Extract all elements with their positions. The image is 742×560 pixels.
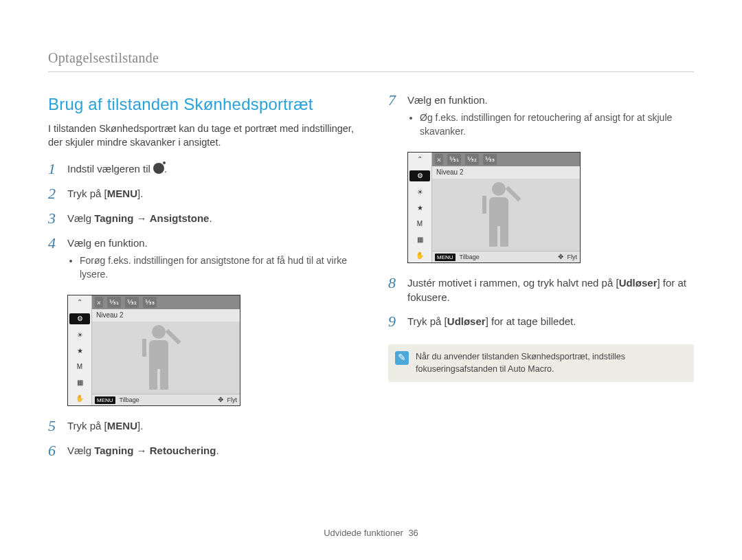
cam-side-icon: ⚙: [69, 313, 90, 324]
cam-side-icon: ★: [68, 346, 91, 357]
step-body: Indstil vælgeren til .: [67, 161, 354, 176]
cam-menu-tag: MENU: [435, 254, 456, 261]
camera-screenshot: ⌃⚙☀★M▦✋⨉⅓₁⅓₂⅓₃Niveau 2MENUTilbage✥Flyt: [407, 152, 581, 263]
step-sub-list: Øg f.eks. indstillingen for retouchering…: [420, 111, 694, 138]
note-text: Når du anvender tilstanden Skønhedsportr…: [416, 352, 625, 374]
cam-level-label: Niveau 2: [432, 166, 580, 179]
page-footer: Udvidede funktioner 36: [0, 527, 742, 539]
step: 8Justér motivet i rammen, og tryk halvt …: [388, 276, 694, 304]
step-number: 3: [48, 211, 59, 226]
breadcrumb: Optagelsestilstande: [48, 48, 694, 72]
cam-side-icon: ▦: [68, 377, 91, 388]
footer-page-number: 36: [408, 528, 418, 538]
bold-term: Ansigtstone: [150, 212, 210, 224]
steps-list-right: 7Vælg en funktion.Øg f.eks. indstillinge…: [388, 93, 694, 329]
cam-side-icon: M: [408, 219, 431, 229]
cam-side-icon: ☀: [408, 187, 431, 198]
section-title: Brug af tilstanden Skønhedsportræt: [48, 93, 354, 116]
camera-screenshot: ⌃⚙☀★M▦✋⨉⅓₁⅓₂⅓₃Niveau 2MENUTilbage✥Flyt: [67, 295, 240, 406]
cam-side-icon: ⌃: [68, 297, 91, 308]
step-number: 5: [48, 418, 59, 434]
step-number: 9: [388, 314, 399, 329]
cam-back-label: Tilbage: [120, 396, 139, 405]
cam-move-label: Flyt: [567, 253, 578, 262]
cam-option: ⅓₃: [483, 154, 497, 165]
bold-term: Udløser: [447, 315, 486, 327]
cam-side-icon: ⌃: [408, 154, 431, 165]
bold-term: Tagning: [94, 212, 133, 224]
step: 6Vælg Tagning → Retouchering.: [48, 443, 354, 458]
step-number: 1: [48, 161, 59, 177]
step: 7Vælg en funktion.Øg f.eks. indstillinge…: [388, 93, 694, 142]
step-number: 7: [388, 93, 399, 108]
cam-move-label: Flyt: [227, 396, 238, 405]
cam-option: ⨉: [95, 297, 103, 308]
step: 9Tryk på [Udløser] for at tage billedet.: [388, 314, 694, 329]
cam-option: ⅓₃: [143, 297, 157, 308]
step: 3Vælg Tagning → Ansigtstone.: [48, 211, 354, 226]
step-number: 4: [48, 236, 59, 251]
step-body: Vælg Tagning → Ansigtstone.: [67, 211, 354, 225]
step-body: Vælg Tagning → Retouchering.: [67, 443, 354, 458]
bold-term: MENU: [107, 420, 137, 432]
step-body: Tryk på [MENU].: [67, 418, 354, 433]
step: 2Tryk på [MENU].: [48, 186, 354, 201]
note-icon: ✎: [395, 351, 409, 365]
step-body: Tryk på [Udløser] for at tage billedet.: [407, 314, 694, 328]
cam-side-icon: M: [68, 361, 91, 372]
step: 1Indstil vælgeren til .: [48, 161, 354, 177]
bold-term: Tagning: [94, 445, 133, 456]
cam-side-icon: ✋: [68, 393, 91, 404]
cam-side-icon: ★: [408, 203, 431, 214]
cam-side-icon: ▦: [408, 234, 431, 245]
step-body: Justér motivet i rammen, og tryk halvt n…: [407, 276, 694, 304]
cam-side-icon: ✋: [408, 250, 431, 261]
left-column: Brug af tilstanden Skønhedsportræt I til…: [48, 93, 354, 468]
step-sub-list: Forøg f.eks. indstillingen for ansigtsto…: [80, 254, 354, 281]
cam-move-icon: ✥: [558, 252, 563, 262]
steps-list-left: 1Indstil vælgeren til .2Tryk på [MENU].3…: [48, 161, 354, 458]
cam-side-icon: ☀: [68, 330, 91, 341]
cam-move-icon: ✥: [218, 395, 223, 405]
cam-option: ⅓₁: [447, 154, 461, 165]
intro-paragraph: I tilstanden Skønhedsportræt kan du tage…: [48, 122, 354, 150]
footer-section: Udvidede funktioner: [324, 528, 403, 538]
bold-term: Retouchering: [150, 445, 216, 456]
silhouette-figure: [478, 182, 519, 251]
cam-side-icon: ⚙: [409, 170, 430, 181]
step-body: Vælg en funktion.Forøg f.eks. indstillin…: [67, 236, 354, 285]
step: 4Vælg en funktion.Forøg f.eks. indstilli…: [48, 236, 354, 285]
step-body: Tryk på [MENU].: [67, 186, 354, 201]
cam-option: ⅓₁: [107, 297, 121, 308]
cam-option: ⅓₂: [465, 154, 479, 165]
step-sub-item: Forøg f.eks. indstillingen for ansigtsto…: [80, 254, 354, 281]
bold-term: MENU: [107, 188, 137, 199]
mode-dial-icon: [153, 163, 164, 174]
step: 5Tryk på [MENU].: [48, 418, 354, 434]
bold-term: Udløser: [619, 277, 657, 289]
right-column: 7Vælg en funktion.Øg f.eks. indstillinge…: [388, 93, 694, 468]
silhouette-figure: [138, 325, 179, 394]
step-number: 2: [48, 186, 59, 201]
cam-level-label: Niveau 2: [92, 309, 240, 322]
cam-option: ⅓₂: [125, 297, 139, 308]
cam-back-label: Tilbage: [460, 253, 480, 262]
cam-option: ⨉: [435, 154, 443, 165]
step-camera-figure: ⌃⚙☀★M▦✋⨉⅓₁⅓₂⅓₃Niveau 2MENUTilbage✥Flyt: [48, 295, 354, 406]
step-sub-item: Øg f.eks. indstillingen for retouchering…: [420, 111, 694, 138]
info-note: ✎ Når du anvender tilstanden Skønhedspor…: [388, 344, 694, 382]
step-camera-figure: ⌃⚙☀★M▦✋⨉⅓₁⅓₂⅓₃Niveau 2MENUTilbage✥Flyt: [388, 152, 694, 263]
cam-menu-tag: MENU: [95, 396, 115, 404]
step-body: Vælg en funktion.Øg f.eks. indstillingen…: [407, 93, 694, 142]
step-number: 6: [48, 443, 59, 458]
step-number: 8: [388, 276, 399, 291]
